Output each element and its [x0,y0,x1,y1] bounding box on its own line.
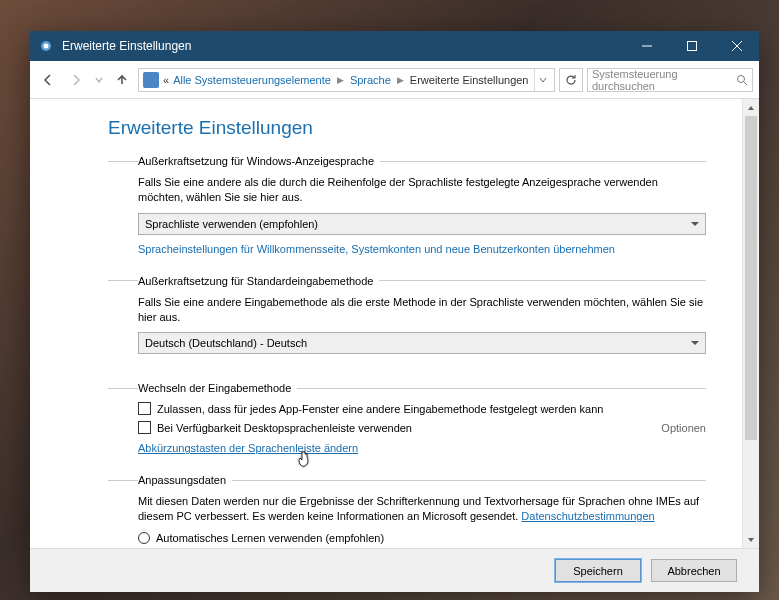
control-panel-icon [143,72,159,88]
auto-learn-label: Automatisches Lernen verwenden (empfohle… [156,532,384,544]
page-title: Erweiterte Einstellungen [108,117,706,139]
back-button[interactable] [36,68,60,92]
save-button[interactable]: Speichern [555,559,641,582]
content-area: Erweiterte Einstellungen Außerkraftsetzu… [30,99,742,548]
auto-learn-radio[interactable] [138,532,150,544]
svg-rect-3 [687,42,696,51]
search-icon [736,74,748,86]
chevron-right-icon: ▶ [395,75,406,85]
scroll-down-button[interactable] [743,531,759,548]
section-description: Mit diesen Daten werden nur die Ergebnis… [138,494,706,524]
window-title: Erweiterte Einstellungen [62,39,624,53]
breadcrumb-root: « [163,74,169,86]
svg-point-1 [44,44,49,49]
maximize-button[interactable] [669,31,714,61]
breadcrumb-item[interactable]: Sprache [350,74,391,86]
section-description: Falls Sie eine andere Eingabemethode als… [138,295,706,325]
input-method-select[interactable]: Deutsch (Deutschland) - Deutsch [138,332,706,354]
section-personalization: Anpassungsdaten Mit diesen Daten werden … [108,474,706,548]
section-description: Falls Sie eine andere als die durch die … [138,175,706,205]
cancel-button[interactable]: Abbrechen [651,559,737,582]
up-button[interactable] [110,68,134,92]
forward-button[interactable] [64,68,88,92]
desktop-language-bar-checkbox[interactable] [138,421,151,434]
scroll-thumb[interactable] [745,116,757,440]
search-input[interactable]: Systemsteuerung durchsuchen [587,68,753,92]
chevron-right-icon: ▶ [335,75,346,85]
section-legend: Anpassungsdaten [138,474,232,486]
section-switch-input: Wechseln der Eingabemethode Zulassen, da… [108,382,706,466]
change-hotkeys-link[interactable]: Abkürzungstasten der Sprachenleiste ände… [138,442,358,454]
address-bar[interactable]: « Alle Systemsteuerungselemente ▶ Sprach… [138,68,555,92]
per-app-checkbox[interactable] [138,402,151,415]
minimize-button[interactable] [624,31,669,61]
privacy-link[interactable]: Datenschutzbestimmungen [521,510,654,522]
navigation-bar: « Alle Systemsteuerungselemente ▶ Sprach… [30,61,759,99]
titlebar[interactable]: Erweiterte Einstellungen [30,31,759,61]
refresh-button[interactable] [559,68,583,92]
scroll-up-button[interactable] [743,99,759,116]
address-dropdown-icon[interactable] [534,69,550,91]
apply-welcome-link[interactable]: Spracheinstellungen für Willkommensseite… [138,243,615,255]
section-legend: Außerkraftsetzung für Standardeingabemet… [138,275,379,287]
vertical-scrollbar[interactable] [742,99,759,548]
search-placeholder: Systemsteuerung durchsuchen [592,68,736,92]
section-display-language: Außerkraftsetzung für Windows-Anzeigespr… [108,155,706,267]
options-link[interactable]: Optionen [661,422,706,434]
app-icon [38,38,54,54]
section-legend: Außerkraftsetzung für Windows-Anzeigespr… [138,155,380,167]
display-language-select[interactable]: Sprachliste verwenden (empfohlen) [138,213,706,235]
breadcrumb-item: Erweiterte Einstellungen [410,74,529,86]
recent-dropdown-icon[interactable] [92,68,106,92]
section-legend: Wechseln der Eingabemethode [138,382,297,394]
scroll-track[interactable] [743,116,759,531]
section-input-method: Außerkraftsetzung für Standardeingabemet… [108,275,706,375]
per-app-label: Zulassen, dass für jedes App-Fenster ein… [157,403,603,415]
advanced-settings-window: Erweiterte Einstellungen « Alle Systemst… [30,31,759,592]
svg-point-6 [738,75,745,82]
breadcrumb-item[interactable]: Alle Systemsteuerungselemente [173,74,331,86]
desktop-language-bar-label: Bei Verfügbarkeit Desktopsprachenleiste … [157,422,412,434]
close-button[interactable] [714,31,759,61]
footer: Speichern Abbrechen [30,548,759,592]
svg-line-7 [744,82,747,85]
